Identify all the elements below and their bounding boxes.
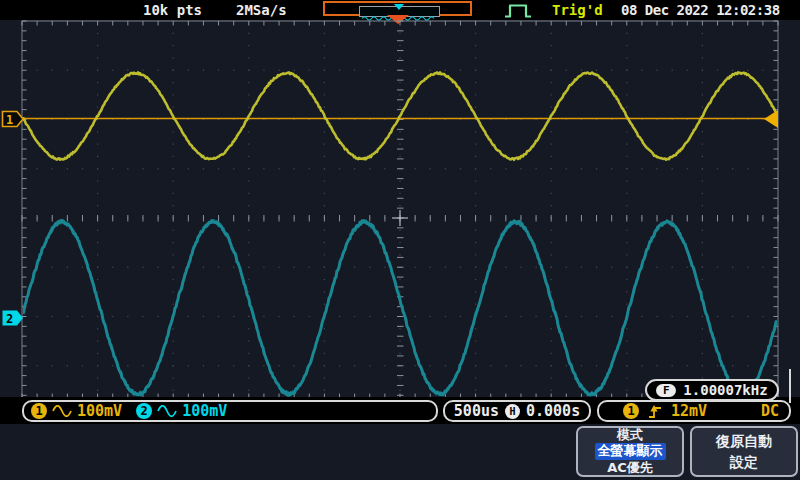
panel-edge-line bbox=[789, 369, 791, 403]
trigger-status-box[interactable]: 1 12mV DC bbox=[597, 400, 791, 422]
ch1-coupling-sine-icon bbox=[52, 405, 72, 417]
mode-title: 模式 bbox=[617, 427, 643, 443]
horizontal-ref-icon: H bbox=[505, 404, 520, 419]
timebase-status-box[interactable]: 500us H 0.000s bbox=[443, 400, 591, 422]
timebase-delay: 0.000s bbox=[526, 402, 580, 420]
channels-status-box[interactable]: 1 100mV 2 100mV bbox=[22, 400, 438, 422]
softkey-autoscale-undo-button[interactable]: 復原自動 設定 bbox=[690, 426, 798, 477]
ch2-flag-label: 2 bbox=[6, 312, 13, 326]
trigger-level: 12mV bbox=[671, 402, 707, 420]
reset-line1: 復原自動 bbox=[716, 431, 772, 452]
oscilloscope-screen: 1 2 10k pts 2MSa/s Trig'd 08 Dec 2022 12… bbox=[0, 0, 800, 480]
ch2-ground-marker[interactable]: 2 bbox=[0, 308, 26, 328]
timebase-scale: 500us bbox=[454, 402, 499, 420]
frequency-value: 1.00007kHz bbox=[683, 382, 767, 398]
counter-icon: F bbox=[656, 384, 676, 397]
ch2-coupling-sine-icon bbox=[157, 405, 177, 417]
frequency-counter: F 1.00007kHz bbox=[645, 379, 779, 401]
trigger-coupling: DC bbox=[761, 402, 779, 420]
ch2-scale: 100mV bbox=[182, 402, 227, 420]
mode-sub-option: AC優先 bbox=[607, 460, 653, 476]
trigger-level-arrow-icon bbox=[764, 110, 778, 128]
ch1-scale: 100mV bbox=[77, 402, 122, 420]
reset-line2: 設定 bbox=[730, 452, 758, 473]
mode-selected-option: 全螢幕顯示 bbox=[595, 443, 666, 459]
ch1-badge[interactable]: 1 bbox=[31, 403, 47, 419]
trigger-source-badge: 1 bbox=[623, 403, 639, 419]
ch1-ground-marker[interactable]: 1 bbox=[0, 109, 26, 129]
ch1-flag-label: 1 bbox=[6, 113, 13, 127]
rising-edge-icon bbox=[647, 404, 663, 419]
ch2-badge[interactable]: 2 bbox=[136, 403, 152, 419]
softkey-mode-button[interactable]: 模式 全螢幕顯示 AC優先 bbox=[576, 426, 684, 477]
trigger-level-marker[interactable] bbox=[762, 109, 780, 129]
